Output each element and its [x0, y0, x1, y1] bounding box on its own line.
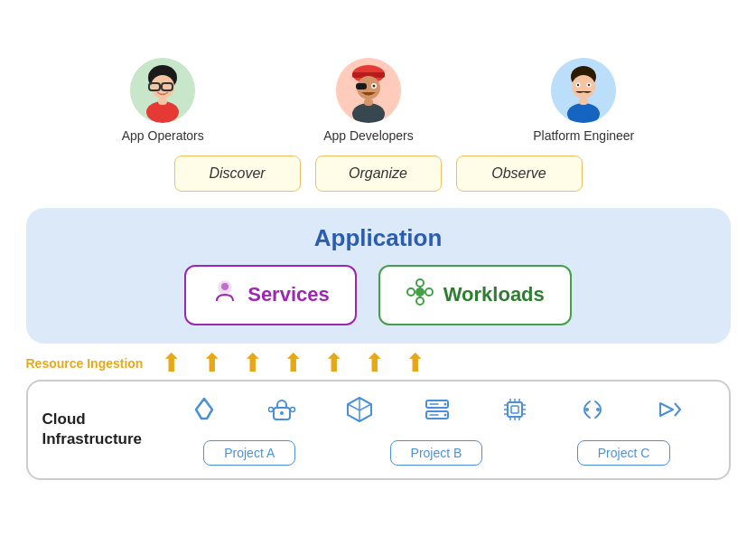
- svg-point-31: [416, 279, 424, 287]
- cloud-icons-row: [160, 394, 714, 431]
- lock-icon: [266, 394, 297, 431]
- svg-rect-7: [158, 98, 167, 105]
- svg-point-28: [415, 287, 425, 297]
- workloads-label: Workloads: [443, 283, 545, 306]
- arrow-5: ⬆: [323, 351, 344, 376]
- workloads-box: Workloads: [378, 265, 572, 325]
- persona-engineer-label: Platform Engineer: [533, 128, 634, 143]
- svg-rect-16: [364, 99, 373, 106]
- svg-point-21: [577, 83, 579, 85]
- svg-point-27: [221, 283, 229, 290]
- server-icon: [422, 394, 453, 431]
- svg-point-30: [425, 288, 433, 296]
- box-icon: [344, 394, 375, 431]
- svg-point-32: [416, 297, 424, 305]
- application-container: Application Services: [26, 208, 731, 344]
- persona-developers: App Developers: [323, 58, 414, 143]
- arrow-2: ⬆: [201, 351, 222, 376]
- svg-point-63: [585, 408, 589, 411]
- organize-button[interactable]: Organize: [315, 155, 442, 192]
- personas-row: App Operators: [26, 58, 731, 143]
- svg-point-45: [443, 402, 446, 405]
- discover-button[interactable]: Discover: [174, 155, 301, 192]
- play-icon: [655, 394, 686, 431]
- cloud-content: Project A Project B Project C: [160, 394, 714, 466]
- arrow-6: ⬆: [364, 351, 385, 376]
- avatar-engineer-svg: [551, 58, 616, 123]
- arrow-1: ⬆: [161, 351, 182, 376]
- svg-rect-12: [356, 83, 367, 90]
- application-inner: Services Workl: [48, 265, 709, 325]
- svg-point-39: [268, 407, 273, 411]
- svg-point-29: [407, 288, 415, 296]
- avatar-operators-svg: [130, 58, 195, 123]
- svg-rect-49: [508, 402, 522, 417]
- persona-developers-label: App Developers: [323, 128, 414, 143]
- persona-engineer: Platform Engineer: [533, 58, 634, 143]
- avatar-developers-svg: [336, 58, 401, 123]
- avatar-developers: [336, 58, 401, 123]
- workloads-icon: [406, 278, 434, 313]
- svg-point-19: [572, 75, 595, 99]
- project-c-button[interactable]: Project C: [577, 440, 671, 466]
- observe-button[interactable]: Observe: [456, 155, 583, 192]
- services-icon: [211, 278, 238, 312]
- ingestion-row: Resource Ingestion ⬆ ⬆ ⬆ ⬆ ⬆ ⬆ ⬆: [26, 344, 731, 380]
- project-a-button[interactable]: Project A: [203, 440, 295, 466]
- arrows-row: ⬆ ⬆ ⬆ ⬆ ⬆ ⬆ ⬆: [152, 351, 730, 376]
- svg-point-64: [596, 408, 600, 411]
- project-b-button[interactable]: Project B: [390, 440, 483, 466]
- svg-rect-25: [579, 98, 588, 105]
- svg-point-41: [290, 407, 294, 411]
- ingestion-label: Resource Ingestion: [26, 356, 144, 371]
- persona-operators-label: App Operators: [122, 128, 204, 143]
- svg-point-23: [588, 83, 590, 85]
- arrow-7: ⬆: [405, 351, 425, 376]
- main-diagram: App Operators: [17, 49, 740, 489]
- branch-icon: [189, 394, 219, 431]
- svg-rect-50: [511, 406, 518, 413]
- arrow-3: ⬆: [242, 351, 263, 376]
- svg-point-38: [280, 411, 284, 415]
- cloud-projects-row: Project A Project B Project C: [160, 440, 714, 466]
- code-icon: [577, 394, 608, 431]
- svg-point-14: [372, 84, 375, 87]
- application-title: Application: [48, 224, 709, 252]
- cpu-icon: [499, 394, 530, 431]
- svg-point-46: [443, 413, 446, 416]
- persona-operators: App Operators: [122, 58, 204, 143]
- actions-row: Discover Organize Observe: [26, 155, 731, 192]
- avatar-operators: [130, 58, 195, 123]
- cloud-label: CloudInfrastructure: [42, 410, 143, 449]
- services-box: Services: [184, 265, 357, 325]
- avatar-engineer: [551, 58, 616, 123]
- services-label: Services: [247, 283, 330, 306]
- arrow-4: ⬆: [283, 351, 303, 376]
- cloud-infrastructure: CloudInfrastructure: [26, 380, 731, 480]
